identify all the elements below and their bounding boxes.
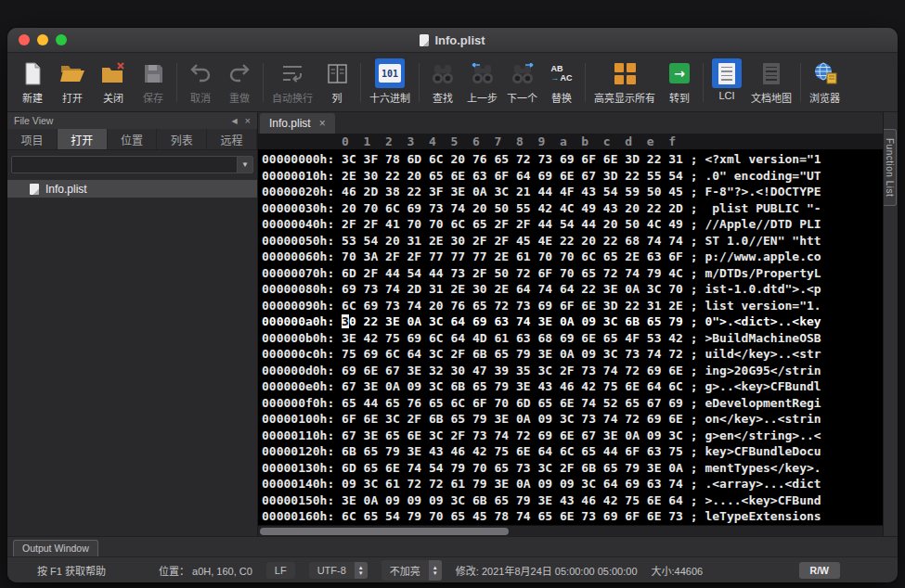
hex-row[interactable]: 00000120h: 6B 65 79 3E 43 46 42 75 6E 64… bbox=[262, 443, 883, 460]
hex-row[interactable]: 00000150h: 3E 0A 09 09 09 3C 6B 65 79 3E… bbox=[262, 492, 883, 509]
hex-address: 00000150h: bbox=[262, 493, 342, 507]
find-next-button[interactable]: 下一个 bbox=[502, 56, 542, 109]
hex-editor: 0 1 2 3 4 5 6 7 8 9 a b c d e f 00000000… bbox=[258, 134, 883, 536]
toolbar-separator bbox=[800, 63, 801, 102]
hex-row[interactable]: 00000080h: 69 73 74 2D 31 2E 30 2E 64 74… bbox=[262, 281, 883, 298]
chevron-down-icon[interactable]: ▼ bbox=[237, 157, 252, 173]
stepper-icon[interactable]: ▲▼ bbox=[355, 562, 368, 579]
stepper-icon[interactable]: ▲▼ bbox=[429, 560, 442, 581]
status-help-text: 按 F1 获取帮助 bbox=[37, 563, 106, 578]
hex-row[interactable]: 00000160h: 6C 65 54 79 70 65 45 78 74 65… bbox=[262, 508, 883, 525]
collapse-panel-icon[interactable]: ◀ bbox=[231, 117, 237, 125]
find-icon bbox=[428, 58, 458, 88]
hex-row[interactable]: 000000b0h: 3E 42 75 69 6C 64 4D 61 63 68… bbox=[262, 330, 883, 347]
hex-row[interactable]: 000000d0h: 69 6E 67 3E 32 30 47 39 35 3C… bbox=[262, 363, 883, 379]
hex-row[interactable]: 00000110h: 67 3E 65 6E 3C 2F 73 74 72 69… bbox=[262, 428, 883, 444]
hex-address: 000000a0h: bbox=[262, 314, 342, 328]
hex-cursor: 3 bbox=[342, 314, 349, 328]
status-position: 位置： a0H, 160, C0 bbox=[159, 563, 252, 578]
hex-mode-button[interactable]: 101 十六进制 bbox=[365, 56, 415, 109]
hex-address: 00000130h: bbox=[262, 461, 342, 475]
editor-tab-info-plist[interactable]: Info.plist × bbox=[260, 113, 335, 134]
hex-address: 00000080h: bbox=[262, 282, 342, 296]
find-button[interactable]: 查找 bbox=[423, 56, 462, 109]
hex-address: 00000020h: bbox=[262, 185, 342, 198]
toolbar-separator bbox=[360, 63, 361, 102]
hex-row[interactable]: 00000090h: 6C 69 73 74 20 76 65 72 73 69… bbox=[262, 298, 883, 314]
output-window-tab[interactable]: Output Window bbox=[13, 540, 98, 556]
file-filter-dropdown[interactable]: ▼ bbox=[11, 156, 253, 173]
hex-row[interactable]: 000000f0h: 65 44 65 76 65 6C 6F 70 6D 65… bbox=[262, 395, 883, 412]
window-title: Info.plist bbox=[434, 33, 485, 47]
hex-address: 000000d0h: bbox=[262, 364, 342, 377]
highlight-all-button[interactable]: 高亮显示所有 bbox=[589, 56, 660, 109]
statusbar: 按 F1 获取帮助 位置： a0H, 160, C0 LF UTF-8 ▲▼ 不… bbox=[7, 556, 898, 582]
right-dock: Function List bbox=[883, 112, 898, 536]
find-previous-button[interactable]: 上一步 bbox=[462, 56, 502, 109]
columns-icon bbox=[322, 58, 352, 88]
hex-row[interactable]: 00000060h: 70 3A 2F 2F 77 77 77 2E 61 70… bbox=[262, 249, 883, 265]
status-encoding-select[interactable]: UTF-8 ▲▼ bbox=[309, 562, 368, 579]
hex-row[interactable]: 00000000h: 3C 3F 78 6D 6C 20 76 65 72 73… bbox=[262, 151, 883, 168]
close-window-button[interactable] bbox=[19, 34, 30, 45]
goto-button[interactable]: → 转到 bbox=[660, 56, 699, 109]
status-highlight-select[interactable]: 不加亮 ▲▼ bbox=[381, 560, 442, 581]
hex-row[interactable]: 00000050h: 53 54 20 31 2E 30 2F 2F 45 4E… bbox=[262, 233, 883, 249]
save-button[interactable]: 保存 bbox=[134, 56, 173, 109]
horizontal-scrollbar[interactable] bbox=[258, 525, 883, 536]
toolbar: 新建 打开 关闭 保存 取消 bbox=[7, 53, 898, 112]
scrollbar-thumb[interactable] bbox=[260, 528, 509, 535]
lci-button[interactable]: LCI bbox=[707, 56, 746, 109]
columns-button[interactable]: 列 bbox=[317, 56, 356, 109]
hex-address: 00000010h: bbox=[262, 169, 342, 183]
sidebar-tab-远程[interactable]: 远程 bbox=[207, 129, 257, 149]
hex-row[interactable]: 00000070h: 6D 2F 44 54 44 73 2F 50 72 6F… bbox=[262, 265, 883, 282]
hex-row[interactable]: 00000030h: 20 70 6C 69 73 74 20 50 55 42… bbox=[262, 200, 883, 217]
save-icon bbox=[138, 58, 168, 88]
tab-close-icon[interactable]: × bbox=[319, 117, 326, 130]
hex-row[interactable]: 00000100h: 6F 6E 3C 2F 6B 65 79 3E 0A 09… bbox=[262, 411, 883, 428]
hex-row[interactable]: 000000c0h: 75 69 6C 64 3C 2F 6B 65 79 3E… bbox=[262, 346, 883, 363]
hex-row[interactable]: 00000020h: 46 2D 38 22 3F 3E 0A 3C 21 44… bbox=[262, 184, 883, 200]
hex-column-header: 0 1 2 3 4 5 6 7 8 9 a b c d e f bbox=[258, 134, 883, 149]
status-line-ending[interactable]: LF bbox=[266, 562, 295, 579]
word-wrap-button[interactable]: 自动换行 bbox=[267, 56, 317, 109]
open-folder-icon bbox=[57, 58, 88, 88]
hex-view[interactable]: 00000000h: 3C 3F 78 6D 6C 20 76 65 72 73… bbox=[258, 149, 883, 525]
file-item-info-plist[interactable]: Info.plist bbox=[7, 180, 257, 198]
hex-address: 000000b0h: bbox=[262, 331, 342, 345]
browser-button[interactable]: 浏览器 bbox=[805, 56, 845, 109]
close-panel-icon[interactable]: × bbox=[245, 115, 251, 126]
hex-row[interactable]: 00000140h: 09 3C 61 72 72 61 79 3E 0A 09… bbox=[262, 476, 883, 492]
close-file-button[interactable]: 关闭 bbox=[93, 56, 134, 109]
file-list: Info.plist bbox=[7, 177, 257, 536]
redo-button[interactable]: 重做 bbox=[220, 56, 259, 109]
hex-row[interactable]: 000000a0h: 30 22 3E 0A 3C 64 69 63 74 3E… bbox=[262, 313, 883, 330]
toolbar-separator bbox=[176, 63, 177, 102]
undo-button[interactable]: 取消 bbox=[181, 56, 220, 109]
zoom-window-button[interactable] bbox=[56, 34, 67, 45]
hex-address: 00000090h: bbox=[262, 299, 342, 313]
sidebar-tab-打开[interactable]: 打开 bbox=[58, 129, 108, 149]
open-file-button[interactable]: 打开 bbox=[52, 56, 93, 109]
file-view-panel: File View ◀ × 项目打开位置列表远程 ▼ Info.plist bbox=[7, 112, 258, 536]
hex-row[interactable]: 00000010h: 2E 30 22 20 65 6E 63 6F 64 69… bbox=[262, 168, 883, 185]
minimize-window-button[interactable] bbox=[37, 34, 48, 45]
document-map-icon bbox=[756, 58, 786, 88]
replace-button[interactable]: AB →AC 替换 bbox=[542, 56, 581, 109]
hex-row[interactable]: 00000040h: 2F 2F 41 70 70 6C 65 2F 2F 44… bbox=[262, 216, 883, 233]
new-file-button[interactable]: 新建 bbox=[13, 56, 52, 109]
sidebar-tab-列表[interactable]: 列表 bbox=[157, 129, 207, 149]
hex-address: 000000e0h: bbox=[262, 379, 342, 393]
sidebar-tab-项目[interactable]: 项目 bbox=[7, 129, 58, 149]
file-name: Info.plist bbox=[45, 183, 87, 196]
function-list-tab[interactable]: Function List bbox=[884, 129, 897, 206]
hex-row[interactable]: 000000e0h: 67 3E 0A 09 3C 6B 65 79 3E 43… bbox=[262, 378, 883, 395]
hex-row[interactable]: 00000130h: 6D 65 6E 74 54 79 70 65 73 3C… bbox=[262, 460, 883, 477]
sidebar-tab-位置[interactable]: 位置 bbox=[108, 129, 158, 149]
hex-address: 000000f0h: bbox=[262, 396, 342, 410]
browser-icon bbox=[810, 58, 840, 88]
document-map-button[interactable]: 文档地图 bbox=[746, 56, 796, 109]
readwrite-toggle[interactable]: R/W bbox=[799, 562, 840, 579]
hex-address: 00000040h: bbox=[262, 217, 342, 231]
